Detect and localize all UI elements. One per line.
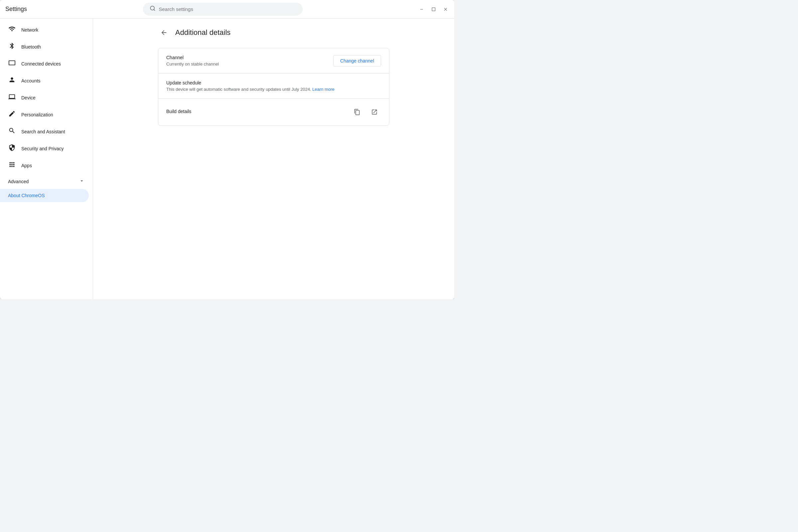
update-schedule-text: This device will get automatic software … [166,87,311,92]
sidebar-item-search-and-assistant-label: Search and Assistant [21,129,65,134]
sidebar-item-connected-devices-label: Connected devices [21,61,61,66]
sidebar-item-network[interactable]: Network [0,21,93,38]
search-bar [27,3,418,16]
sidebar-item-personalization-label: Personalization [21,112,53,117]
wifi-icon [8,25,16,34]
channel-row: Channel Currently on stable channel Chan… [158,48,389,74]
sidebar-item-about-chromeos-label: About ChromeOS [8,193,45,198]
update-schedule-subtitle: This device will get automatic software … [166,87,381,92]
tablet-icon [8,59,16,68]
copy-build-details-button[interactable] [350,106,364,119]
close-button[interactable] [442,6,449,13]
details-card: Channel Currently on stable channel Chan… [158,48,390,126]
sidebar-item-advanced[interactable]: Advanced [0,174,93,189]
minimize-button[interactable] [418,6,425,13]
sidebar-item-connected-devices[interactable]: Connected devices [0,55,93,72]
chevron-down-icon [79,178,85,185]
sidebar-item-about-chromeos[interactable]: About ChromeOS [0,189,89,202]
sidebar-item-accounts-label: Accounts [21,78,41,83]
update-schedule-content: Update schedule This device will get aut… [166,80,381,92]
sidebar-item-device-label: Device [21,95,36,100]
sidebar-item-device[interactable]: Device [0,89,93,106]
page-header: Additional details [158,26,390,39]
apps-icon [8,161,16,170]
build-details-actions [350,106,381,119]
sidebar-item-apps-label: Apps [21,163,32,168]
edit-icon [8,110,16,119]
person-icon [8,76,16,85]
search-nav-icon [8,127,16,136]
sidebar: Network Bluetooth Connected device [0,19,93,299]
advanced-label: Advanced [8,179,28,184]
page-title: Additional details [175,28,230,37]
sidebar-item-network-label: Network [21,27,38,33]
shield-icon [8,144,16,153]
sidebar-item-search-and-assistant[interactable]: Search and Assistant [0,123,93,140]
app-title: Settings [5,6,27,13]
channel-row-content: Channel Currently on stable channel [166,55,325,66]
update-schedule-row: Update schedule This device will get aut… [158,74,389,99]
learn-more-link[interactable]: Learn more [312,87,334,92]
change-channel-button[interactable]: Change channel [333,55,381,66]
sidebar-item-accounts[interactable]: Accounts [0,72,93,89]
back-button[interactable] [158,26,170,39]
maximize-button[interactable] [430,6,437,13]
svg-rect-3 [432,8,435,11]
sidebar-item-personalization[interactable]: Personalization [0,106,93,123]
content-area: Additional details Channel Currently on … [93,19,454,299]
sidebar-item-apps[interactable]: Apps [0,157,93,174]
open-build-details-button[interactable] [368,106,381,119]
build-details-content: Build details [166,109,342,115]
build-details-title: Build details [166,109,342,114]
sidebar-item-bluetooth-label: Bluetooth [21,44,41,50]
update-schedule-title: Update schedule [166,80,381,86]
sidebar-item-security-and-privacy[interactable]: Security and Privacy [0,140,93,157]
svg-line-1 [154,9,155,10]
sidebar-item-bluetooth[interactable]: Bluetooth [0,38,93,55]
search-icon [150,5,156,13]
channel-subtitle: Currently on stable channel [166,61,325,66]
channel-actions: Change channel [333,55,381,66]
laptop-icon [8,93,16,102]
channel-title: Channel [166,55,325,60]
build-details-row: Build details [158,99,389,125]
search-input[interactable] [159,6,296,12]
bluetooth-icon [8,42,16,51]
sidebar-item-security-privacy-label: Security and Privacy [21,146,64,151]
